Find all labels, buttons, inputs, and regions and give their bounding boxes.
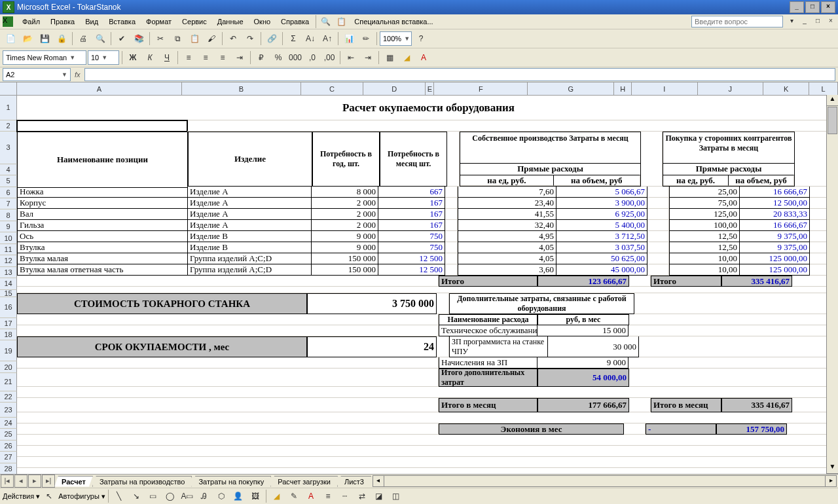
paste-icon[interactable]: 📋: [187, 31, 202, 46]
cell[interactable]: 150 000: [312, 253, 378, 264]
cell[interactable]: [17, 387, 838, 398]
cell[interactable]: 667: [378, 187, 445, 198]
cell[interactable]: Изделие А: [188, 220, 312, 231]
cell[interactable]: Изделие В: [188, 242, 312, 253]
cell[interactable]: 4,05: [458, 253, 556, 264]
cell[interactable]: 12 500: [378, 264, 445, 276]
cell[interactable]: Наименование позиции: [17, 132, 188, 188]
new-icon[interactable]: 📄: [3, 31, 18, 46]
research-icon[interactable]: 📚: [131, 31, 147, 46]
cell[interactable]: 5 400,00: [556, 220, 647, 231]
col-header-J[interactable]: J: [698, 82, 763, 95]
cell[interactable]: Группа изделий A;C;D: [188, 264, 312, 276]
select-all-corner[interactable]: [0, 82, 17, 96]
cell[interactable]: 750: [378, 242, 445, 253]
cell[interactable]: -: [646, 423, 716, 435]
cell[interactable]: Изделие А: [188, 198, 312, 209]
vertical-scrollbar[interactable]: ▲ ▼: [826, 95, 838, 474]
cell[interactable]: 41,55: [458, 209, 556, 220]
menu-edit[interactable]: Правка: [45, 16, 80, 27]
cell[interactable]: 125 000,00: [740, 253, 810, 264]
save-icon[interactable]: 💾: [37, 31, 52, 46]
cell[interactable]: 3 712,50: [556, 231, 647, 242]
row-header-24[interactable]: 24: [0, 418, 17, 429]
cell[interactable]: [647, 264, 669, 276]
cell[interactable]: [647, 231, 669, 242]
cell[interactable]: 335 416,67: [721, 398, 792, 412]
zoom-combo[interactable]: 100%▼: [380, 31, 412, 46]
cell[interactable]: [639, 336, 838, 357]
cell[interactable]: 32,40: [458, 220, 556, 231]
dec-indent-icon[interactable]: ⇤: [343, 50, 359, 65]
row-header-28[interactable]: 28: [0, 463, 17, 474]
cell[interactable]: Втулка малая ответная часть: [17, 264, 188, 276]
menu-insert[interactable]: Вставка: [103, 16, 141, 27]
row-header-5[interactable]: 5: [0, 175, 17, 187]
cell[interactable]: [629, 314, 838, 325]
cell[interactable]: 4,95: [458, 231, 556, 242]
col-header-K[interactable]: K: [763, 82, 810, 95]
cell[interactable]: [629, 369, 838, 387]
cut-icon[interactable]: ✂: [153, 31, 168, 46]
tab-prev[interactable]: ◂: [14, 475, 27, 488]
inc-indent-icon[interactable]: ⇥: [360, 50, 376, 65]
cell[interactable]: 12 500,00: [740, 198, 810, 209]
selected-cell[interactable]: [17, 120, 187, 132]
worksheet-grid[interactable]: ABCDEFGHIJKL 123456789101112131415161718…: [0, 82, 838, 474]
cell[interactable]: Итого: [651, 276, 721, 287]
cell[interactable]: 125 000,00: [740, 264, 810, 276]
sheet-tab-4[interactable]: Лист3: [337, 476, 371, 487]
bold-icon[interactable]: Ж: [125, 50, 141, 65]
row-header-13[interactable]: 13: [0, 267, 17, 278]
cell[interactable]: 167: [378, 220, 445, 231]
cell[interactable]: [445, 231, 458, 242]
cell[interactable]: Итого дополнительных затрат: [439, 369, 537, 387]
underline-icon[interactable]: Ч: [159, 50, 175, 65]
col-header-A[interactable]: A: [17, 82, 182, 95]
spell-icon[interactable]: ✔: [114, 31, 130, 46]
binoculars-icon[interactable]: 🔍: [318, 14, 333, 29]
sheet-tab-3[interactable]: Расчет загрузки: [270, 476, 338, 487]
copy-icon[interactable]: ⧉: [170, 31, 185, 46]
cell[interactable]: 3 037,50: [556, 242, 647, 253]
doc-close[interactable]: ×: [826, 17, 835, 26]
cell[interactable]: 3 900,00: [556, 198, 647, 209]
cell[interactable]: [187, 120, 838, 132]
textbox-icon[interactable]: A▭: [179, 488, 195, 504]
oval-icon[interactable]: ◯: [162, 488, 178, 504]
cell[interactable]: [647, 220, 669, 231]
cell[interactable]: Дополнительные затраты, связанные с рабо…: [449, 293, 634, 314]
name-box[interactable]: A2▼: [3, 68, 71, 81]
cell[interactable]: [445, 242, 458, 253]
row-header-2[interactable]: 2: [0, 120, 17, 132]
ask-question-input[interactable]: [691, 16, 783, 27]
cell[interactable]: [628, 325, 838, 336]
dash-style-icon[interactable]: ┄: [337, 488, 353, 504]
arrow-style-icon[interactable]: ⇄: [354, 488, 370, 504]
font-size-combo[interactable]: 10▼: [88, 50, 119, 65]
cell[interactable]: 9 375,00: [740, 231, 810, 242]
tab-next[interactable]: ▸: [28, 475, 41, 488]
cell[interactable]: 750: [378, 231, 445, 242]
cell[interactable]: [647, 187, 669, 198]
cell[interactable]: 167: [378, 198, 445, 209]
doc-minimize[interactable]: _: [800, 17, 809, 26]
cell[interactable]: [634, 293, 838, 314]
cell[interactable]: 167: [378, 209, 445, 220]
row-header-6[interactable]: 6: [0, 187, 17, 198]
cell[interactable]: 6 925,00: [556, 209, 647, 220]
format-painter-icon[interactable]: 🖌: [204, 31, 219, 46]
row-header-14[interactable]: 14: [0, 278, 17, 289]
cell[interactable]: 12,50: [669, 231, 740, 242]
cell[interactable]: Изделие А: [188, 209, 312, 220]
cell[interactable]: 157 750,00: [716, 423, 787, 435]
cell[interactable]: ЗП программиста на станке ЧПУ: [449, 336, 548, 357]
font-color-draw-icon[interactable]: A: [303, 488, 319, 504]
cell[interactable]: Экономия в мес: [439, 423, 624, 435]
cell[interactable]: 16 666,67: [740, 187, 810, 198]
cell[interactable]: 10,00: [669, 264, 740, 276]
cell[interactable]: 125,00: [669, 209, 740, 220]
arrow-icon[interactable]: ↘: [128, 488, 144, 504]
close-button[interactable]: ×: [821, 1, 835, 13]
cell[interactable]: [647, 242, 669, 253]
